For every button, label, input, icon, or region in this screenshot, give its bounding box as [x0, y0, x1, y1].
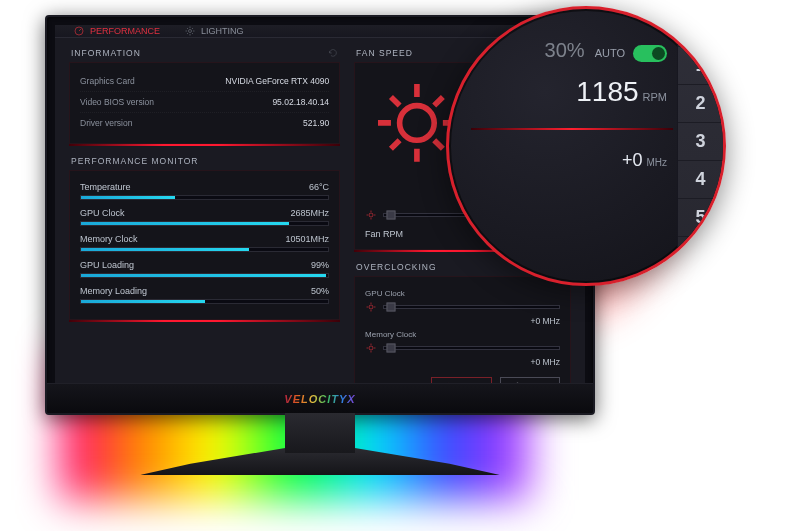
- gear-icon: [365, 342, 377, 354]
- perf-row-memory-clock: Memory Clock10501MHz: [80, 231, 329, 257]
- tab-lighting[interactable]: LIGHTING: [172, 25, 256, 37]
- magnifier: 30% AUTO 1185RPM +0 MHz: [446, 6, 726, 286]
- history-button[interactable]: [678, 237, 723, 275]
- zoom-oc-value: +0 MHz: [477, 150, 667, 171]
- monitor-stand-neck: [285, 413, 355, 453]
- zoom-fan-percent: 30%: [545, 39, 585, 62]
- zoom-auto-toggle[interactable]: [633, 45, 667, 62]
- perf-row-gpu-clock: GPU Clock2685MHz: [80, 205, 329, 231]
- oc-mem-slider[interactable]: [365, 342, 560, 354]
- preset-1-button[interactable]: 1: [678, 47, 723, 85]
- svg-point-4: [369, 305, 373, 309]
- tab-performance[interactable]: PERFORMANCE: [61, 25, 172, 37]
- perf-row-gpu-loading: GPU Loading99%: [80, 257, 329, 283]
- gear-icon: [365, 209, 377, 221]
- preset-sidebar: 1 2 3 4 5: [677, 9, 723, 283]
- oc-title: OVERCLOCKING: [356, 262, 437, 272]
- svg-point-5: [369, 346, 373, 350]
- table-row: Video BIOS version95.02.18.40.14: [80, 92, 329, 113]
- preset-3-button[interactable]: 3: [678, 123, 723, 161]
- svg-point-1: [189, 30, 192, 33]
- oc-gpu-row: GPU Clock +0 MHz: [365, 289, 560, 326]
- save-icon: [692, 19, 710, 37]
- perfmon-title: PERFORMANCE MONITOR: [71, 156, 198, 166]
- save-preset-button[interactable]: [678, 9, 723, 47]
- oc-mem-row: Memory Clock +0 MHz: [365, 330, 560, 367]
- zoom-auto-label: AUTO: [595, 47, 625, 59]
- perf-row-memory-loading: Memory Loading50%: [80, 283, 329, 309]
- tab-lighting-label: LIGHTING: [201, 26, 244, 36]
- preset-5-button[interactable]: 5: [678, 199, 723, 237]
- preset-2-button[interactable]: 2: [678, 85, 723, 123]
- perf-row-temperature: Temperature66°C: [80, 179, 329, 205]
- preset-4-button[interactable]: 4: [678, 161, 723, 199]
- monitor-chin: VELOCITYX: [47, 383, 593, 413]
- oc-panel: GPU Clock +0 MHz Memory Clock: [354, 276, 571, 383]
- refresh-icon[interactable]: [328, 48, 338, 58]
- zoom-rpm: 1185RPM: [477, 76, 667, 108]
- fan-title: FAN SPEED: [356, 48, 413, 58]
- perfmon-panel: Temperature66°C GPU Clock2685MHz Memory …: [69, 170, 340, 320]
- info-title-row: INFORMATION: [69, 48, 340, 62]
- svg-point-3: [369, 213, 373, 217]
- lighting-icon: [184, 25, 196, 37]
- history-icon: [692, 247, 710, 265]
- tab-performance-label: PERFORMANCE: [90, 26, 160, 36]
- info-title: INFORMATION: [71, 48, 141, 58]
- velocityx-logo: VELOCITYX: [284, 393, 355, 405]
- gear-icon: [365, 301, 377, 313]
- table-row: Graphics CardNVIDIA GeForce RTX 4090: [80, 71, 329, 92]
- oc-gpu-slider[interactable]: [365, 301, 560, 313]
- info-panel: Graphics CardNVIDIA GeForce RTX 4090 Vid…: [69, 62, 340, 144]
- svg-point-2: [400, 106, 435, 141]
- gauge-icon: [73, 25, 85, 37]
- table-row: Driver version521.90: [80, 113, 329, 133]
